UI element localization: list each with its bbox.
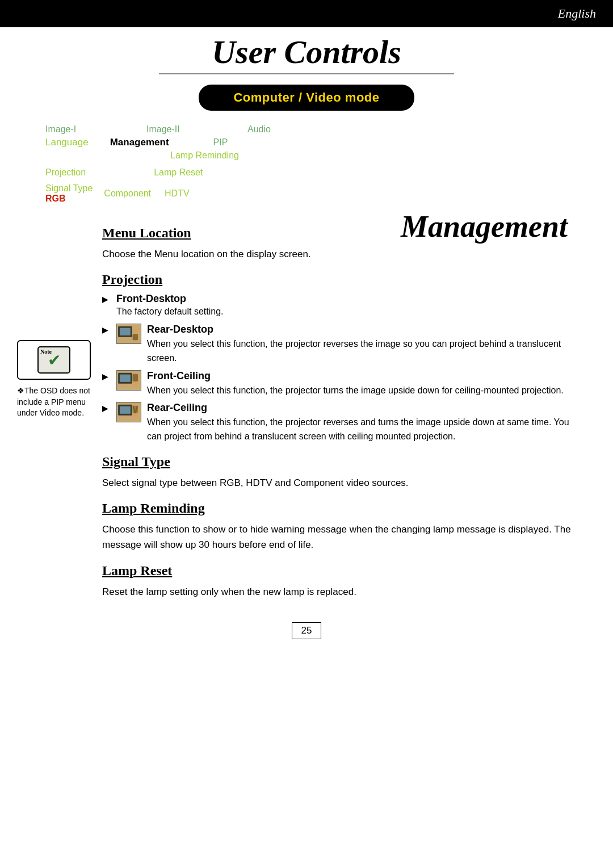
signal-type-label: Signal Type — [45, 183, 93, 194]
menu-item-projection[interactable]: Projection — [45, 167, 86, 178]
language-label: English — [558, 6, 596, 21]
front-ceiling-icon — [116, 370, 141, 391]
proj-title-rear-desktop: Rear-Desktop — [147, 324, 579, 336]
arrow-icon-2: ▶ — [102, 325, 108, 335]
proj-item-front-desktop: ▶ Front-Desktop The factory default sett… — [102, 293, 579, 319]
lamp-reminding-desc: Choose this function to show or to hide … — [102, 522, 579, 552]
rear-ceiling-icon — [116, 402, 141, 422]
menu-sub-row: Lamp Reminding — [45, 150, 613, 161]
menu-row-2: Language Management PIP — [45, 137, 613, 148]
proj-title-rear-ceiling: Rear-Ceiling — [147, 402, 579, 414]
menu-bottom-row: Projection Lamp Reset — [0, 167, 613, 178]
menu-item-image2[interactable]: Image-II — [146, 124, 198, 135]
note-text: ❖The OSD does not include a PIP menu und… — [17, 385, 102, 419]
menu-item-lamp-reminding[interactable]: Lamp Reminding — [170, 150, 239, 160]
proj-content-rear-desktop: Rear-Desktop When you select this functi… — [147, 324, 579, 366]
page-title: User Controls — [0, 33, 613, 71]
menu-item-pip[interactable]: PIP — [213, 137, 264, 148]
proj-desc-rear-desktop: When you select this function, the proje… — [147, 337, 579, 366]
arrow-icon-4: ▶ — [102, 404, 108, 413]
mode-bar: Computer / Video mode — [199, 85, 414, 111]
menu-location-desc: Choose the Menu location on the display … — [102, 246, 579, 262]
signal-label-col: Signal Type RGB — [45, 183, 93, 204]
proj-content-front-ceiling: Front-Ceiling When you select this funct… — [147, 370, 579, 398]
section-title-lamp-reset: Lamp Reset — [102, 563, 579, 578]
svg-rect-7 — [133, 334, 138, 340]
header-bar: English — [0, 0, 613, 27]
arrow-icon-1: ▶ — [102, 295, 108, 304]
menu-item-management[interactable]: Management — [110, 137, 169, 148]
lamp-reset-desc: Reset the lamp setting only when the new… — [102, 584, 579, 599]
svg-point-11 — [133, 381, 138, 385]
signal-type-desc: Select signal type between RGB, HDTV and… — [102, 475, 579, 490]
proj-desc-front-desktop: The factory default setting. — [116, 305, 579, 319]
section-title-lamp-reminding: Lamp Reminding — [102, 501, 579, 516]
menu-row-1: Image-I Image-II Audio — [45, 124, 613, 135]
proj-title-front-ceiling: Front-Ceiling — [147, 370, 579, 382]
menu-navigation: Image-I Image-II Audio Language Manageme… — [0, 124, 613, 162]
svg-point-16 — [133, 413, 138, 418]
rear-desktop-icon — [116, 324, 141, 344]
note-box: ✔ Note — [17, 340, 91, 380]
arrow-icon-3: ▶ — [102, 372, 108, 381]
note-icon: ✔ Note — [37, 346, 71, 374]
signal-options: Component HDTV — [104, 188, 203, 199]
note-sidebar: ✔ Note ❖The OSD does not include a PIP m… — [0, 215, 102, 605]
menu-item-audio[interactable]: Audio — [247, 124, 299, 135]
page-number: 25 — [292, 622, 322, 639]
menu-label-language[interactable]: Language — [45, 137, 89, 148]
signal-row: Signal Type RGB Component HDTV — [0, 183, 613, 204]
svg-rect-10 — [120, 374, 131, 381]
section-title-signal-type: Signal Type — [102, 454, 579, 469]
proj-title-front-desktop: Front-Desktop — [116, 293, 579, 305]
management-title: Management — [401, 209, 568, 244]
proj-desc-front-ceiling: When you select this function, the proje… — [147, 384, 579, 398]
proj-item-rear-ceiling: ▶ Rear-Ceiling When you select this func… — [102, 402, 579, 444]
menu-item-lamp-reset[interactable]: Lamp Reset — [154, 167, 203, 178]
main-content: ✔ Note ❖The OSD does not include a PIP m… — [0, 215, 613, 605]
proj-item-front-ceiling: ▶ Front-Ceiling When you select this fun… — [102, 370, 579, 398]
mode-bar-label: Computer / Video mode — [233, 90, 379, 104]
section-title-projection: Projection — [102, 272, 579, 287]
proj-content-1: Front-Desktop The factory default settin… — [116, 293, 579, 319]
proj-content-rear-ceiling: Rear-Ceiling When you select this functi… — [147, 402, 579, 444]
svg-rect-12 — [133, 374, 138, 381]
menu-item-image1[interactable]: Image-I — [45, 124, 96, 135]
content-body: Menu Location Choose the Menu location o… — [102, 215, 613, 605]
proj-desc-rear-ceiling: When you select this function, the proje… — [147, 416, 579, 444]
svg-rect-5 — [120, 328, 131, 336]
svg-text:Note: Note — [40, 349, 52, 355]
page-footer: 25 — [0, 605, 613, 651]
svg-point-6 — [133, 329, 138, 333]
svg-rect-15 — [120, 406, 131, 414]
top-section: User Controls Computer / Video mode Imag… — [0, 33, 613, 204]
signal-component[interactable]: Component — [104, 188, 151, 199]
signal-rgb: RGB — [45, 194, 93, 204]
proj-item-rear-desktop: ▶ Rear-Desktop When you select this func… — [102, 324, 579, 366]
title-underline — [159, 73, 454, 74]
signal-hdtv[interactable]: HDTV — [165, 188, 190, 199]
